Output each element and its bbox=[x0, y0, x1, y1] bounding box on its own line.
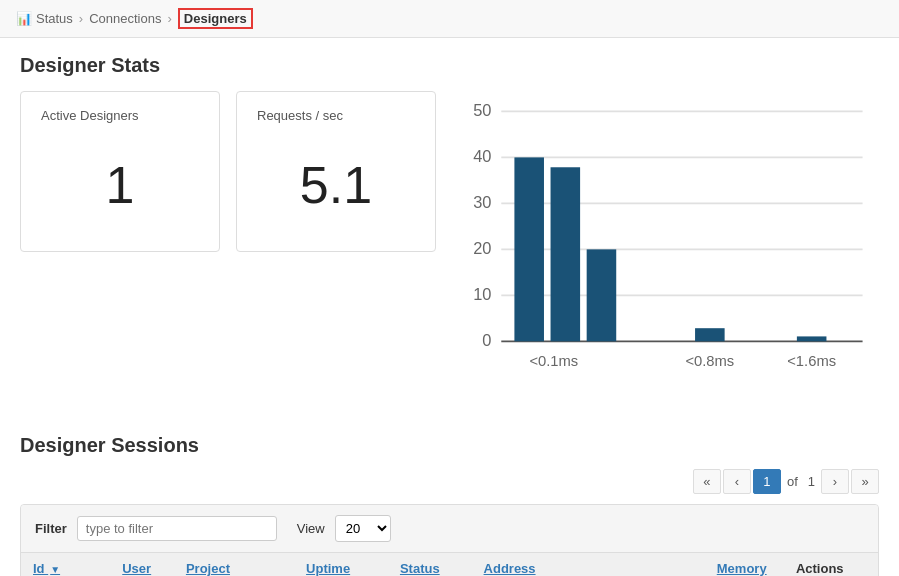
svg-text:<0.1ms: <0.1ms bbox=[529, 353, 578, 369]
chart-icon: 📊 bbox=[16, 11, 32, 26]
first-page-button[interactable]: « bbox=[693, 469, 721, 494]
sessions-table-section: Filter View 20 10 50 100 Id ▼ User Proje… bbox=[20, 504, 879, 576]
filter-input[interactable] bbox=[77, 516, 277, 541]
prev-page-button[interactable]: ‹ bbox=[723, 469, 751, 494]
pagination-top: « ‹ 1 of 1 › » bbox=[20, 469, 879, 494]
filter-bar: Filter View 20 10 50 100 bbox=[21, 505, 878, 553]
designer-stats-title: Designer Stats bbox=[20, 54, 879, 77]
svg-rect-15 bbox=[695, 328, 725, 341]
response-time-chart: 50 40 30 20 10 0 <0.1ms < bbox=[452, 91, 879, 414]
svg-text:40: 40 bbox=[473, 147, 491, 165]
col-status: Status bbox=[388, 553, 472, 576]
breadcrumb-designers: Designers bbox=[178, 8, 253, 29]
breadcrumb-separator-1: › bbox=[79, 11, 83, 26]
svg-text:30: 30 bbox=[473, 193, 491, 211]
view-label: View bbox=[297, 521, 325, 536]
col-address: Address bbox=[472, 553, 705, 576]
svg-rect-16 bbox=[797, 336, 827, 341]
svg-text:50: 50 bbox=[473, 101, 491, 119]
page-of-label: of bbox=[787, 474, 798, 489]
svg-rect-12 bbox=[514, 157, 544, 341]
next-page-button[interactable]: › bbox=[821, 469, 849, 494]
col-id: Id ▼ bbox=[21, 553, 110, 576]
col-memory: Memory bbox=[705, 553, 784, 576]
breadcrumb-status[interactable]: 📊 Status bbox=[16, 11, 73, 26]
breadcrumb-separator-2: › bbox=[167, 11, 171, 26]
total-pages: 1 bbox=[808, 474, 815, 489]
requests-per-sec-label: Requests / sec bbox=[257, 108, 415, 123]
requests-per-sec-value: 5.1 bbox=[257, 135, 415, 235]
last-page-button[interactable]: » bbox=[851, 469, 879, 494]
svg-text:0: 0 bbox=[482, 331, 491, 349]
active-designers-label: Active Designers bbox=[41, 108, 199, 123]
col-uptime: Uptime bbox=[294, 553, 388, 576]
col-user: User bbox=[110, 553, 174, 576]
svg-text:20: 20 bbox=[473, 239, 491, 257]
designer-sessions-title: Designer Sessions bbox=[20, 434, 879, 457]
active-designers-value: 1 bbox=[41, 135, 199, 235]
svg-rect-13 bbox=[551, 167, 581, 341]
chart-svg: 50 40 30 20 10 0 <0.1ms < bbox=[452, 95, 879, 407]
col-actions: Actions bbox=[784, 553, 878, 576]
table-header-row: Id ▼ User Project Uptime Status Address … bbox=[21, 553, 878, 576]
svg-text:<1.6ms: <1.6ms bbox=[787, 353, 836, 369]
view-select[interactable]: 20 10 50 100 bbox=[335, 515, 391, 542]
filter-label: Filter bbox=[35, 521, 67, 536]
sessions-table: Id ▼ User Project Uptime Status Address … bbox=[21, 553, 878, 576]
breadcrumb-connections[interactable]: Connections bbox=[89, 11, 161, 26]
stats-row: Active Designers 1 Requests / sec 5.1 50… bbox=[20, 91, 879, 414]
svg-text:10: 10 bbox=[473, 285, 491, 303]
col-project: Project bbox=[174, 553, 294, 576]
breadcrumb: 📊 Status › Connections › Designers bbox=[0, 0, 899, 38]
active-designers-card: Active Designers 1 bbox=[20, 91, 220, 252]
requests-per-sec-card: Requests / sec 5.1 bbox=[236, 91, 436, 252]
svg-text:<0.8ms: <0.8ms bbox=[685, 353, 734, 369]
main-content: Designer Stats Active Designers 1 Reques… bbox=[0, 38, 899, 576]
current-page-button[interactable]: 1 bbox=[753, 469, 781, 494]
svg-rect-14 bbox=[587, 249, 617, 341]
